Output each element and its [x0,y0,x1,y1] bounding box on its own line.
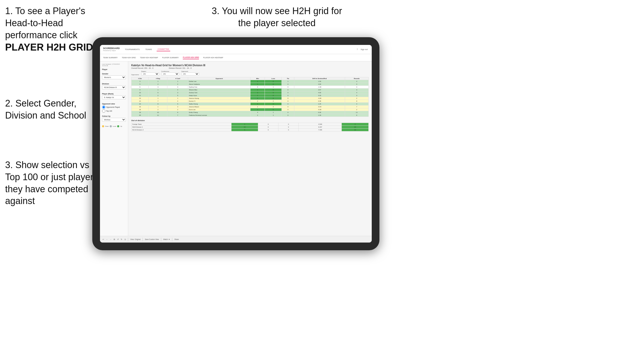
ood-cell-diff: 7.400 [299,129,342,131]
cell-win: 1 [250,80,265,83]
nav-committee[interactable]: COMMITTEE [157,47,170,51]
cell-tie: 0 [282,91,294,94]
ood-cell-tie: 0 [278,123,299,126]
nav-tournaments[interactable]: TOURNAMENTS [124,48,141,51]
toolbar-right[interactable]: → [110,238,112,240]
filter-conference-label: Conference [161,71,179,72]
cell-opponent: Sharon Mun [188,89,250,91]
ood-cell-loss: 0 [258,126,278,129]
cell-div: 13 [132,97,149,100]
opponent-radio-group: Opponents Played Top 100 [102,105,126,113]
filter-opponent-select[interactable]: (All) [181,72,199,75]
colour-by-select[interactable]: Win/loss [102,118,126,122]
col-div: # Div [132,77,149,80]
toolbar-save[interactable]: Save Custom View [145,238,159,240]
toolbar-grid[interactable]: ⊞ [114,238,115,240]
table-row: 18 2 2 Euna Lee 1 0 0 -5.00 2 [132,108,369,111]
division-select[interactable]: NCAA Division III NCAA Division I NCAA D… [102,85,126,89]
player-rank-select[interactable]: 8. Katelyn Vo [102,95,126,99]
toolbar-clock[interactable]: ◷ [124,238,126,240]
cell-conf: 2 [167,83,188,86]
subnav-player-h2h-heatmap[interactable]: PLAYER H2H HEATMAP [203,56,223,59]
cell-reg: 2 [149,83,167,86]
cell-opponent: Jessica Mason [188,105,250,108]
out-of-division-title: Out of division [131,119,369,122]
cell-diff: -0.94 [294,105,345,108]
division-record: Division Record: 331 - 34 - 6 [169,67,192,69]
cell-tie: 0 [282,114,294,117]
toolbar-share[interactable]: Share [174,238,179,240]
radio-top-100[interactable]: Top 100 [102,109,126,113]
cell-win: 2 [250,100,265,103]
sidebar-opponent-view-section: Opponent view Opponents Played Top 100 [102,103,126,113]
filter-region-select[interactable]: (All) [141,72,159,75]
player-rank-label: Player (Rank) [102,93,126,95]
cell-reg: 3 [149,86,167,89]
main-data-table: # Div # Reg # Conf Opponent Win Loss Tie… [131,77,369,117]
toolbar-refresh1[interactable]: ↺ [117,238,119,240]
toolbar-refresh2[interactable]: ↻ [121,238,122,240]
ood-cell-diff: 4.500 [299,123,342,126]
instruction-top-right: 3. You will now see H2H grid for the pla… [210,5,344,29]
sidebar-player-rank-section: Player (Rank) 8. Katelyn Vo [102,93,126,100]
subnav-team-summary[interactable]: TEAM SUMMARY [103,56,118,59]
col-rounds: Rounds [345,77,368,80]
cell-conf: 3 [167,91,188,94]
filter-row: Opponents: Region (All) Conference (All) [131,71,369,75]
instruction-text-2: 2. Select Gender, Division and School [5,98,86,121]
toolbar-undo[interactable]: ↩ [103,238,104,240]
cell-conf: 6 [167,111,188,114]
cell-conf: 2 [167,108,188,111]
col-diff: Diff Av Strokes/Rnd [294,77,345,80]
col-opponent: Opponent [188,77,250,80]
table-row: 10 6 3 Andrea York 2 0 0 4.00 4 [132,91,369,94]
player-label: Player [102,69,126,70]
tablet-screen: SCOREBOARD Powered by clippd TOURNAMENTS… [100,45,372,243]
cell-conf: 5 [167,103,188,105]
sub-nav: TEAM SUMMARY TEAM H2H GRID TEAM H2H HEAT… [100,54,372,61]
col-win: Win [250,77,265,80]
filter-region-label: Region [141,71,159,72]
sidebar-player-section: Player [102,69,126,70]
toolbar-watch[interactable]: Watch ▼ [163,238,170,240]
subnav-team-h2h-heatmap[interactable]: TEAM H2H HEATMAP [140,56,158,59]
subnav-player-summary[interactable]: PLAYER SUMMARY [162,56,179,59]
subnav-player-h2h-grid[interactable]: PLAYER H2H GRID [183,56,199,59]
cell-loss: 0 [265,108,282,111]
subnav-team-h2h-grid[interactable]: TEAM H2H GRID [122,56,136,59]
cell-conf: 4 [167,100,188,103]
toolbar-left[interactable]: ← [106,238,108,240]
radio-opponents-played[interactable]: Opponents Played [102,105,126,109]
legend-up-dot [117,125,119,127]
toolbar-view[interactable]: View: Original [130,238,140,240]
cell-win: 1 [250,108,265,111]
cell-rounds: 3 [345,94,368,97]
sign-out[interactable]: Sign out [359,48,369,51]
table-row: 14 7 4 Eunice Yi 2 2 0 0.38 9 [132,100,369,103]
nav-teams[interactable]: TEAMS [144,48,153,51]
legend-down-dot [102,125,104,127]
division-label: Division [102,83,126,85]
col-reg: # Reg [149,77,167,80]
cell-div: 6 [132,86,149,89]
nav-items: TOURNAMENTS TEAMS COMMITTEE [124,47,357,51]
cell-reg: 2 [149,108,167,111]
cell-div: 11 [132,94,149,97]
cell-opponent: Alexis Sudjianto [188,83,250,86]
filter-conference-group: Conference (All) [161,71,179,75]
cell-opponent: Stella Cheng [188,103,250,105]
table-row: 5 2 2 Alexis Sudjianto 1 0 0 4.00 3 [132,83,369,86]
cell-opponent: Emily Chang [188,111,250,114]
table-row: 20 11 7 Federica Domecq Lacroze 2 1 0 1.… [132,114,369,117]
cell-win: 4 [250,111,265,114]
cell-diff: -5.00 [294,108,345,111]
cell-diff: 4.00 [294,83,345,86]
cell-diff: 4.00 [294,91,345,94]
cell-diff: -3.00 [294,97,345,100]
cell-diff: 0.30 [294,111,345,114]
cell-rounds: 2 [345,97,368,100]
gender-select[interactable]: Women's Men's [102,75,126,79]
filter-conference-select[interactable]: (All) [161,72,179,75]
sidebar: Last Updated: 27/03/2024 16:55:38 Player… [100,61,128,243]
cell-div: 19 [132,111,149,114]
